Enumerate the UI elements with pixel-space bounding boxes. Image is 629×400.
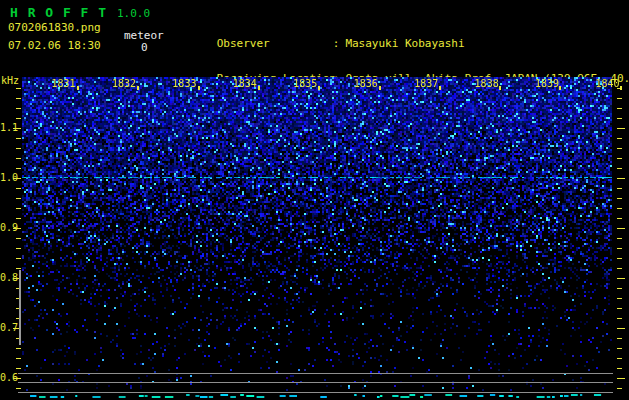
right-minor-tick xyxy=(617,248,622,249)
time-tick-label: 1835 xyxy=(292,78,318,89)
left-minor-tick xyxy=(16,108,21,109)
left-minor-tick xyxy=(16,238,21,239)
reference-line-2 xyxy=(18,382,613,383)
time-minor-tick xyxy=(258,86,260,90)
right-minor-tick xyxy=(617,348,622,349)
time-tick-label: 1837 xyxy=(413,78,439,89)
time-minor-tick xyxy=(439,86,441,90)
freq-tick-label: 1.0 xyxy=(0,173,14,183)
right-minor-tick xyxy=(617,118,622,119)
time-minor-tick xyxy=(198,86,200,90)
reference-line-3 xyxy=(18,392,613,393)
right-major-tick xyxy=(617,278,625,279)
reference-line-1 xyxy=(18,373,613,374)
time-minor-tick xyxy=(137,86,139,90)
left-minor-tick xyxy=(16,388,21,389)
left-minor-tick xyxy=(16,358,21,359)
right-minor-tick xyxy=(617,258,622,259)
meteor-count: 0 xyxy=(141,41,148,54)
right-minor-tick xyxy=(617,238,622,239)
right-minor-tick xyxy=(617,198,622,199)
time-minor-tick xyxy=(77,86,79,90)
station-label: Observer xyxy=(217,38,333,50)
right-minor-tick xyxy=(617,148,622,149)
left-major-tick xyxy=(13,228,21,229)
right-minor-tick xyxy=(617,168,622,169)
left-minor-tick xyxy=(16,368,21,369)
left-minor-tick xyxy=(16,208,21,209)
right-minor-tick xyxy=(617,388,622,389)
spectrogram-canvas xyxy=(22,77,612,400)
freq-tick-label: 0.9 xyxy=(0,223,14,233)
right-minor-tick xyxy=(617,158,622,159)
freq-tick-label: 0.7 xyxy=(0,323,14,333)
station-row-location: Receiving Location:Ogata-vill. Akita-Pre… xyxy=(177,61,629,73)
right-minor-tick xyxy=(617,218,622,219)
time-minor-tick xyxy=(379,86,381,90)
left-minor-tick xyxy=(16,198,21,199)
time-tick-label: 1833 xyxy=(171,78,197,89)
time-minor-tick xyxy=(499,86,501,90)
right-minor-tick xyxy=(617,358,622,359)
time-tick-label: 1839 xyxy=(534,78,560,89)
freq-tick-label: 1.1 xyxy=(0,123,14,133)
output-filename: 0702061830.png xyxy=(8,21,101,34)
right-minor-tick xyxy=(617,288,622,289)
left-minor-tick xyxy=(16,98,21,99)
right-minor-tick xyxy=(617,318,622,319)
left-major-tick xyxy=(13,378,21,379)
right-major-tick xyxy=(617,178,625,179)
right-major-tick xyxy=(617,128,625,129)
station-value: Masayuki Kobayashi xyxy=(345,37,464,50)
station-row-observer: Observer:Masayuki Kobayashi xyxy=(177,26,629,38)
time-tick-label: 1838 xyxy=(474,78,500,89)
time-minor-tick xyxy=(559,86,561,90)
left-minor-tick xyxy=(16,158,21,159)
right-minor-tick xyxy=(617,138,622,139)
right-minor-tick xyxy=(617,108,622,109)
left-minor-tick xyxy=(16,268,21,269)
right-minor-tick xyxy=(617,308,622,309)
right-minor-tick xyxy=(617,98,622,99)
time-tick-label: 1836 xyxy=(353,78,379,89)
frequency-axis-unit: kHz xyxy=(1,75,19,86)
left-major-tick xyxy=(13,128,21,129)
left-minor-tick xyxy=(16,348,21,349)
left-minor-tick xyxy=(16,148,21,149)
app-title: H R O F F T xyxy=(10,5,107,20)
left-minor-tick xyxy=(16,218,21,219)
time-tick-label: 1831 xyxy=(51,78,77,89)
right-minor-tick xyxy=(617,208,622,209)
freq-tick-label: 0.6 xyxy=(0,373,14,383)
time-minor-tick xyxy=(318,86,320,90)
left-minor-tick xyxy=(16,118,21,119)
right-minor-tick xyxy=(617,368,622,369)
freq-tick-label: 0.8 xyxy=(0,273,14,283)
app-version: 1.0.0 xyxy=(117,7,150,20)
datetime-label: 07.02.06 18:30 xyxy=(8,39,101,52)
right-major-tick xyxy=(617,228,625,229)
right-minor-tick xyxy=(617,338,622,339)
right-minor-tick xyxy=(617,298,622,299)
right-minor-tick xyxy=(617,188,622,189)
left-minor-tick xyxy=(16,88,21,89)
right-major-tick xyxy=(617,378,625,379)
left-minor-tick xyxy=(16,188,21,189)
left-minor-tick xyxy=(16,168,21,169)
time-tick-label: 1840 xyxy=(595,78,621,89)
left-minor-tick xyxy=(16,258,21,259)
time-tick-label: 1832 xyxy=(111,78,137,89)
time-tick-label: 1834 xyxy=(232,78,258,89)
left-minor-tick xyxy=(16,138,21,139)
right-minor-tick xyxy=(617,268,622,269)
right-major-tick xyxy=(617,328,625,329)
left-major-tick xyxy=(13,178,21,179)
hrofft-window: H R O F F T 1.0.0 0702061830.png meteor … xyxy=(0,0,629,400)
db-scale-bar xyxy=(19,270,21,345)
time-minor-tick xyxy=(620,86,622,90)
left-minor-tick xyxy=(16,248,21,249)
colon-separator: : xyxy=(333,37,340,50)
